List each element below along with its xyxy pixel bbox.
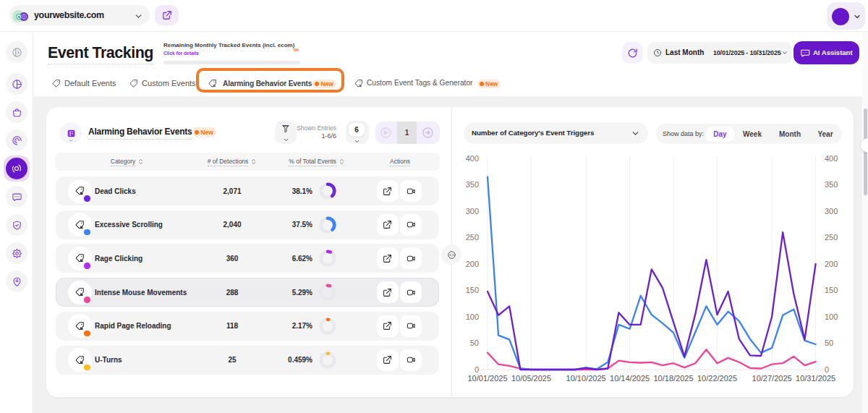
svg-text:0: 0 [475,365,479,374]
svg-text:300: 300 [825,207,838,216]
svg-text:350: 350 [825,180,838,189]
svg-text:200: 200 [825,260,838,268]
svg-text:250: 250 [825,233,838,242]
svg-text:10/05/2025: 10/05/2025 [511,374,551,383]
svg-text:100: 100 [466,312,479,321]
svg-text:350: 350 [466,180,479,189]
svg-text:10/27/2025: 10/27/2025 [752,374,792,383]
svg-text:400: 400 [466,154,479,163]
svg-text:10/10/2025: 10/10/2025 [566,374,606,383]
svg-text:10/31/2025: 10/31/2025 [796,374,835,383]
svg-text:10/22/2025: 10/22/2025 [697,374,737,383]
svg-text:150: 150 [466,286,479,294]
svg-text:250: 250 [466,233,479,242]
svg-text:200: 200 [466,260,479,268]
svg-text:400: 400 [825,154,838,163]
svg-text:10/14/2025: 10/14/2025 [610,374,650,383]
svg-text:50: 50 [825,339,833,347]
svg-text:150: 150 [825,286,838,294]
svg-text:10/01/2025: 10/01/2025 [467,374,507,383]
svg-text:10/18/2025: 10/18/2025 [653,374,693,383]
svg-text:50: 50 [470,339,479,347]
svg-text:0: 0 [825,365,829,374]
svg-text:300: 300 [466,207,479,216]
svg-text:100: 100 [825,312,838,321]
